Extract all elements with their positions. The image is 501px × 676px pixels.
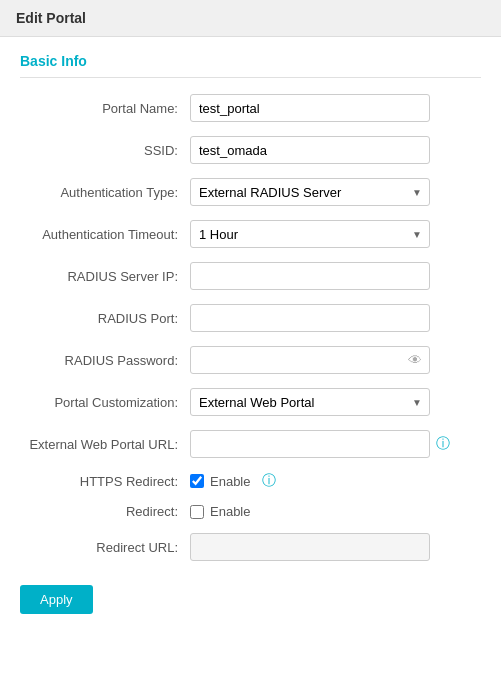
https-redirect-checkbox-row: Enable ⓘ: [190, 472, 430, 490]
ssid-row: SSID:: [20, 136, 481, 164]
eye-icon[interactable]: 👁: [408, 352, 422, 368]
https-redirect-row: HTTPS Redirect: Enable ⓘ: [20, 472, 481, 490]
radius-password-row: RADIUS Password: 👁: [20, 346, 481, 374]
https-redirect-help-icon[interactable]: ⓘ: [262, 472, 276, 490]
portal-name-input[interactable]: [190, 94, 430, 122]
https-redirect-checkbox[interactable]: [190, 474, 204, 488]
auth-type-label: Authentication Type:: [20, 185, 190, 200]
radius-password-wrapper: 👁: [190, 346, 430, 374]
redirect-field: Enable: [190, 504, 430, 519]
external-web-portal-url-input[interactable]: [190, 430, 430, 458]
apply-button[interactable]: Apply: [20, 585, 93, 614]
redirect-checkbox[interactable]: [190, 505, 204, 519]
portal-customization-field[interactable]: External Web Portal Local Web Portal: [190, 388, 430, 416]
redirect-checkbox-row: Enable: [190, 504, 430, 519]
radius-password-field[interactable]: 👁: [190, 346, 430, 374]
radius-server-ip-input[interactable]: [190, 262, 430, 290]
external-web-portal-url-row: External Web Portal URL: ⓘ: [20, 430, 481, 458]
auth-timeout-label: Authentication Timeout:: [20, 227, 190, 242]
portal-name-row: Portal Name:: [20, 94, 481, 122]
radius-port-label: RADIUS Port:: [20, 311, 190, 326]
radius-server-ip-row: RADIUS Server IP:: [20, 262, 481, 290]
redirect-row: Redirect: Enable: [20, 504, 481, 519]
section-title: Basic Info: [20, 53, 481, 78]
redirect-label: Redirect:: [20, 504, 190, 519]
redirect-url-row: Redirect URL:: [20, 533, 481, 561]
ssid-input[interactable]: [190, 136, 430, 164]
portal-customization-label: Portal Customization:: [20, 395, 190, 410]
radius-password-input[interactable]: [190, 346, 430, 374]
radius-port-field[interactable]: [190, 304, 430, 332]
external-web-portal-url-wrapper: ⓘ: [190, 430, 450, 458]
radius-server-ip-field[interactable]: [190, 262, 430, 290]
radius-password-label: RADIUS Password:: [20, 353, 190, 368]
https-redirect-field: Enable ⓘ: [190, 472, 430, 490]
page-title: Edit Portal: [0, 0, 501, 37]
ssid-field[interactable]: [190, 136, 430, 164]
radius-port-row: RADIUS Port:: [20, 304, 481, 332]
ssid-label: SSID:: [20, 143, 190, 158]
redirect-url-label: Redirect URL:: [20, 540, 190, 555]
portal-customization-row: Portal Customization: External Web Porta…: [20, 388, 481, 416]
auth-timeout-row: Authentication Timeout: 1 Hour 8 Hours 2…: [20, 220, 481, 248]
redirect-enable-label: Enable: [210, 504, 250, 519]
auth-timeout-select-wrapper[interactable]: 1 Hour 8 Hours 24 Hours: [190, 220, 430, 248]
https-redirect-label: HTTPS Redirect:: [20, 474, 190, 489]
auth-timeout-field[interactable]: 1 Hour 8 Hours 24 Hours: [190, 220, 430, 248]
auth-timeout-select[interactable]: 1 Hour 8 Hours 24 Hours: [190, 220, 430, 248]
radius-port-input[interactable]: [190, 304, 430, 332]
auth-type-select-wrapper[interactable]: External RADIUS Server No Authentication…: [190, 178, 430, 206]
portal-name-field[interactable]: [190, 94, 430, 122]
external-web-portal-url-label: External Web Portal URL:: [20, 437, 190, 452]
apply-button-container: Apply: [20, 575, 481, 614]
help-icon[interactable]: ⓘ: [436, 435, 450, 453]
portal-customization-select[interactable]: External Web Portal Local Web Portal: [190, 388, 430, 416]
redirect-url-field[interactable]: [190, 533, 430, 561]
redirect-url-input[interactable]: [190, 533, 430, 561]
auth-type-select[interactable]: External RADIUS Server No Authentication…: [190, 178, 430, 206]
auth-type-row: Authentication Type: External RADIUS Ser…: [20, 178, 481, 206]
auth-type-field[interactable]: External RADIUS Server No Authentication…: [190, 178, 430, 206]
portal-customization-select-wrapper[interactable]: External Web Portal Local Web Portal: [190, 388, 430, 416]
radius-server-ip-label: RADIUS Server IP:: [20, 269, 190, 284]
portal-name-label: Portal Name:: [20, 101, 190, 116]
https-redirect-enable-label: Enable: [210, 474, 250, 489]
